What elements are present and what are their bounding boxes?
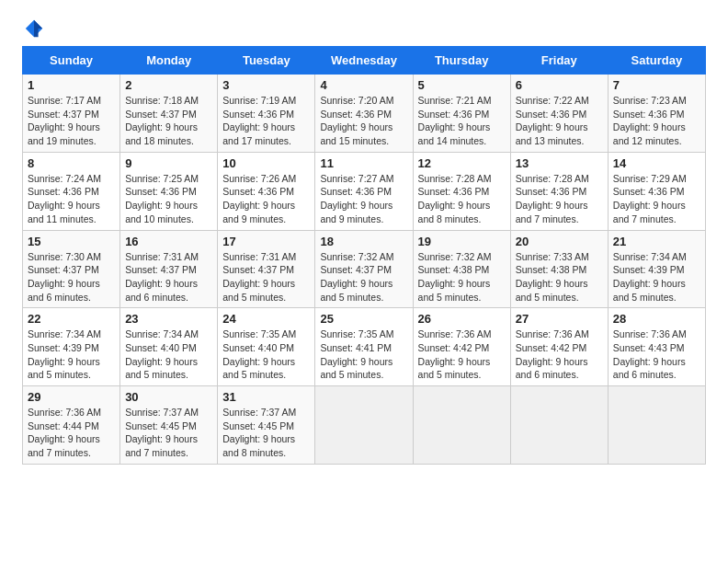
day-info: Sunrise: 7:19 AM Sunset: 4:36 PM Dayligh…	[222, 94, 310, 148]
day-number: 23	[125, 312, 212, 326]
day-cell	[315, 386, 413, 465]
day-number: 1	[28, 78, 115, 92]
day-cell: 21Sunrise: 7:34 AM Sunset: 4:39 PM Dayli…	[608, 230, 705, 308]
header-row: SundayMondayTuesdayWednesdayThursdayFrid…	[23, 47, 706, 75]
day-cell: 5Sunrise: 7:21 AM Sunset: 4:36 PM Daylig…	[413, 75, 510, 153]
day-info: Sunrise: 7:25 AM Sunset: 4:36 PM Dayligh…	[125, 172, 212, 226]
day-info: Sunrise: 7:36 AM Sunset: 4:43 PM Dayligh…	[613, 327, 700, 382]
day-info: Sunrise: 7:32 AM Sunset: 4:37 PM Dayligh…	[320, 250, 407, 304]
day-cell	[510, 386, 608, 465]
day-cell: 19Sunrise: 7:32 AM Sunset: 4:38 PM Dayli…	[413, 230, 510, 308]
day-info: Sunrise: 7:31 AM Sunset: 4:37 PM Dayligh…	[222, 250, 310, 304]
day-number: 3	[222, 78, 310, 92]
day-cell	[608, 386, 705, 465]
day-number: 18	[320, 235, 407, 248]
day-info: Sunrise: 7:34 AM Sunset: 4:40 PM Dayligh…	[125, 327, 212, 382]
column-header-saturday: Saturday	[608, 47, 705, 75]
day-cell: 8Sunrise: 7:24 AM Sunset: 4:36 PM Daylig…	[23, 152, 120, 230]
day-number: 22	[28, 312, 115, 326]
day-number: 25	[320, 312, 407, 326]
day-number: 4	[320, 78, 407, 92]
day-number: 29	[28, 390, 115, 404]
week-row-4: 22Sunrise: 7:34 AM Sunset: 4:39 PM Dayli…	[23, 308, 706, 386]
day-info: Sunrise: 7:32 AM Sunset: 4:38 PM Dayligh…	[418, 250, 506, 304]
day-cell: 25Sunrise: 7:35 AM Sunset: 4:41 PM Dayli…	[315, 308, 413, 386]
day-info: Sunrise: 7:36 AM Sunset: 4:42 PM Dayligh…	[418, 327, 506, 382]
day-info: Sunrise: 7:34 AM Sunset: 4:39 PM Dayligh…	[28, 327, 115, 382]
logo	[22, 18, 44, 39]
day-cell: 28Sunrise: 7:36 AM Sunset: 4:43 PM Dayli…	[608, 308, 705, 386]
day-cell: 6Sunrise: 7:22 AM Sunset: 4:36 PM Daylig…	[510, 75, 608, 153]
column-header-monday: Monday	[120, 47, 218, 75]
day-cell: 31Sunrise: 7:37 AM Sunset: 4:45 PM Dayli…	[218, 386, 315, 465]
column-header-wednesday: Wednesday	[315, 47, 413, 75]
day-number: 16	[125, 235, 212, 248]
column-header-tuesday: Tuesday	[218, 47, 315, 75]
week-row-3: 15Sunrise: 7:30 AM Sunset: 4:37 PM Dayli…	[23, 230, 706, 308]
day-info: Sunrise: 7:22 AM Sunset: 4:36 PM Dayligh…	[516, 94, 603, 148]
day-cell: 18Sunrise: 7:32 AM Sunset: 4:37 PM Dayli…	[315, 230, 413, 308]
day-info: Sunrise: 7:37 AM Sunset: 4:45 PM Dayligh…	[125, 406, 212, 460]
day-info: Sunrise: 7:34 AM Sunset: 4:39 PM Dayligh…	[613, 250, 700, 304]
day-cell: 7Sunrise: 7:23 AM Sunset: 4:36 PM Daylig…	[608, 75, 705, 153]
day-cell: 22Sunrise: 7:34 AM Sunset: 4:39 PM Dayli…	[23, 308, 120, 386]
day-cell: 14Sunrise: 7:29 AM Sunset: 4:36 PM Dayli…	[608, 152, 705, 230]
day-cell: 16Sunrise: 7:31 AM Sunset: 4:37 PM Dayli…	[120, 230, 218, 308]
day-info: Sunrise: 7:26 AM Sunset: 4:36 PM Dayligh…	[222, 172, 310, 226]
svg-marker-1	[34, 20, 42, 37]
day-cell: 29Sunrise: 7:36 AM Sunset: 4:44 PM Dayli…	[23, 386, 120, 465]
day-info: Sunrise: 7:29 AM Sunset: 4:36 PM Dayligh…	[613, 172, 700, 226]
day-number: 8	[28, 156, 115, 170]
day-number: 15	[28, 235, 115, 248]
day-info: Sunrise: 7:17 AM Sunset: 4:37 PM Dayligh…	[28, 94, 115, 148]
day-cell: 30Sunrise: 7:37 AM Sunset: 4:45 PM Dayli…	[120, 386, 218, 465]
day-info: Sunrise: 7:36 AM Sunset: 4:44 PM Dayligh…	[28, 406, 115, 460]
day-number: 27	[516, 312, 603, 326]
day-cell: 15Sunrise: 7:30 AM Sunset: 4:37 PM Dayli…	[23, 230, 120, 308]
column-header-thursday: Thursday	[413, 47, 510, 75]
day-number: 7	[613, 78, 700, 92]
day-info: Sunrise: 7:24 AM Sunset: 4:36 PM Dayligh…	[28, 172, 115, 226]
day-info: Sunrise: 7:23 AM Sunset: 4:36 PM Dayligh…	[613, 94, 700, 148]
day-cell: 27Sunrise: 7:36 AM Sunset: 4:42 PM Dayli…	[510, 308, 608, 386]
day-info: Sunrise: 7:27 AM Sunset: 4:36 PM Dayligh…	[320, 172, 407, 226]
day-info: Sunrise: 7:28 AM Sunset: 4:36 PM Dayligh…	[516, 172, 603, 226]
calendar-table: SundayMondayTuesdayWednesdayThursdayFrid…	[22, 46, 706, 465]
day-number: 19	[418, 235, 506, 248]
day-info: Sunrise: 7:30 AM Sunset: 4:37 PM Dayligh…	[28, 250, 115, 304]
day-info: Sunrise: 7:18 AM Sunset: 4:37 PM Dayligh…	[125, 94, 212, 148]
day-info: Sunrise: 7:20 AM Sunset: 4:36 PM Dayligh…	[320, 94, 407, 148]
day-cell: 3Sunrise: 7:19 AM Sunset: 4:36 PM Daylig…	[218, 75, 315, 153]
day-number: 21	[613, 235, 700, 248]
day-cell: 12Sunrise: 7:28 AM Sunset: 4:36 PM Dayli…	[413, 152, 510, 230]
calendar-body: 1Sunrise: 7:17 AM Sunset: 4:37 PM Daylig…	[23, 75, 706, 465]
logo-icon	[24, 18, 44, 39]
day-info: Sunrise: 7:21 AM Sunset: 4:36 PM Dayligh…	[418, 94, 506, 148]
day-number: 30	[125, 390, 212, 404]
day-number: 28	[613, 312, 700, 326]
day-cell: 1Sunrise: 7:17 AM Sunset: 4:37 PM Daylig…	[23, 75, 120, 153]
day-info: Sunrise: 7:28 AM Sunset: 4:36 PM Dayligh…	[418, 172, 506, 226]
day-info: Sunrise: 7:31 AM Sunset: 4:37 PM Dayligh…	[125, 250, 212, 304]
day-cell: 9Sunrise: 7:25 AM Sunset: 4:36 PM Daylig…	[120, 152, 218, 230]
day-number: 9	[125, 156, 212, 170]
day-cell: 11Sunrise: 7:27 AM Sunset: 4:36 PM Dayli…	[315, 152, 413, 230]
page-header	[22, 18, 706, 39]
day-info: Sunrise: 7:36 AM Sunset: 4:42 PM Dayligh…	[516, 327, 603, 382]
day-number: 6	[516, 78, 603, 92]
day-number: 17	[222, 235, 310, 248]
day-number: 5	[418, 78, 506, 92]
day-number: 24	[222, 312, 310, 326]
day-number: 10	[222, 156, 310, 170]
day-info: Sunrise: 7:35 AM Sunset: 4:40 PM Dayligh…	[222, 327, 310, 382]
week-row-1: 1Sunrise: 7:17 AM Sunset: 4:37 PM Daylig…	[23, 75, 706, 153]
week-row-5: 29Sunrise: 7:36 AM Sunset: 4:44 PM Dayli…	[23, 386, 706, 465]
day-info: Sunrise: 7:33 AM Sunset: 4:38 PM Dayligh…	[516, 250, 603, 304]
day-cell	[413, 386, 510, 465]
day-number: 13	[516, 156, 603, 170]
day-number: 2	[125, 78, 212, 92]
day-cell: 2Sunrise: 7:18 AM Sunset: 4:37 PM Daylig…	[120, 75, 218, 153]
column-header-sunday: Sunday	[23, 47, 120, 75]
day-cell: 23Sunrise: 7:34 AM Sunset: 4:40 PM Dayli…	[120, 308, 218, 386]
calendar-header: SundayMondayTuesdayWednesdayThursdayFrid…	[23, 47, 706, 75]
